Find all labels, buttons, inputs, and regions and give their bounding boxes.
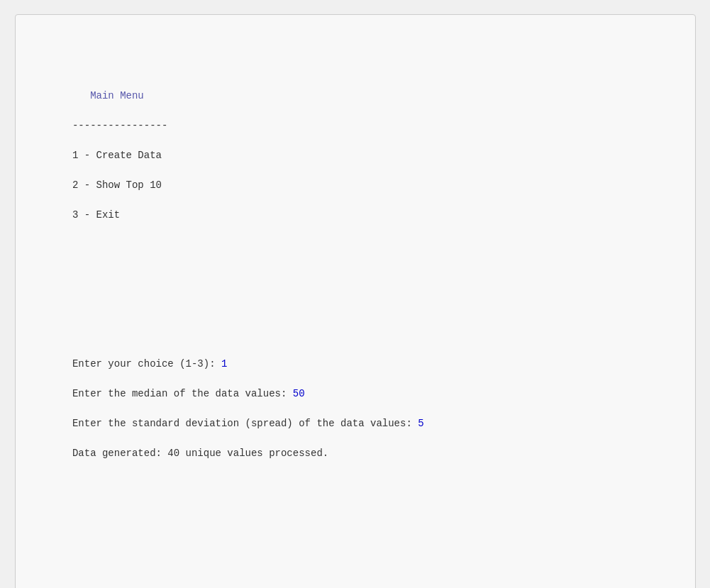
menu-item-1-2: 2 - Show Top 10: [72, 179, 162, 191]
interaction-section-1: Enter your choice (1-3): 1 Enter the med…: [37, 342, 674, 521]
menu-section-1: Main Menu ---------------- 1 - Create Da…: [37, 74, 674, 282]
prompt-median: Enter the median of the data values:: [72, 388, 293, 399]
input-choice-1: 1: [221, 358, 227, 370]
terminal-window: Main Menu ---------------- 1 - Create Da…: [15, 14, 696, 588]
input-stddev: 5: [418, 418, 423, 429]
terminal-content: Main Menu ---------------- 1 - Create Da…: [37, 29, 674, 588]
menu-item-1-3: 3 - Exit: [72, 209, 120, 221]
input-median: 50: [293, 388, 305, 399]
menu-item-1-1: 1 - Create Data: [72, 150, 162, 161]
menu-section-2: Main Menu ---------------- 1 - Create Da…: [37, 580, 674, 588]
menu-title-1: Main Menu: [72, 90, 144, 101]
prompt-choice-1: Enter your choice (1-3):: [72, 358, 221, 370]
output-generated: Data generated: 40 unique values process…: [72, 448, 328, 459]
prompt-stddev: Enter the standard deviation (spread) of…: [72, 418, 418, 429]
menu-separator-1: ----------------: [72, 120, 167, 131]
